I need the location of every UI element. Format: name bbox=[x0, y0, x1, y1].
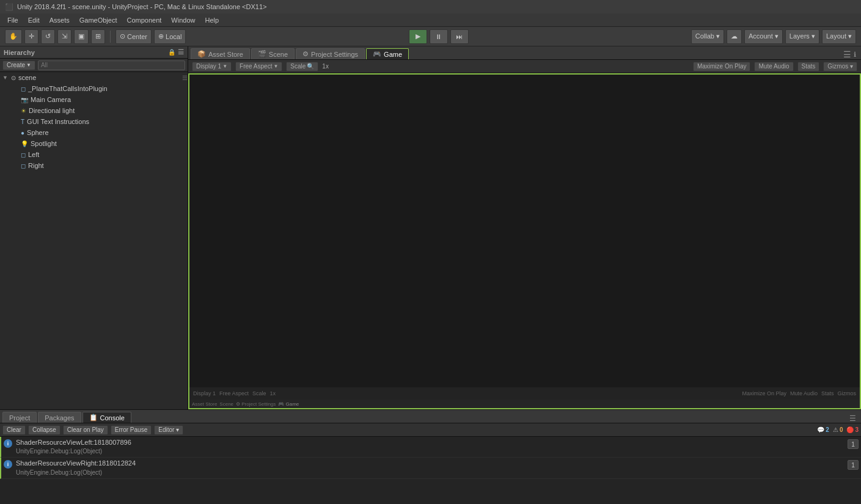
bottom-tab-menu-icon[interactable]: ☰ bbox=[849, 414, 856, 423]
scene-tab-label: Scene bbox=[269, 51, 288, 58]
console-row-1[interactable]: i ShaderResourceViewRight:1818012824 Uni… bbox=[0, 458, 861, 478]
hierarchy-item-gui-text[interactable]: ▶ T GUI Text Instructions bbox=[0, 116, 188, 127]
view-area: 📦 Asset Store 🎬 Scene ⚙ Project Settings… bbox=[188, 46, 861, 409]
menu-assets[interactable]: Assets bbox=[45, 15, 75, 25]
ghost-stats: Stats bbox=[821, 390, 834, 396]
console-row-1-line2: UnityEngine.Debug:Log(Object) bbox=[16, 469, 844, 477]
hierarchy-item-plane[interactable]: ▶ ◻ _PlaneThatCallsIntoPlugin bbox=[0, 83, 188, 94]
hierarchy-lock-icon: 🔒 bbox=[168, 49, 175, 56]
cloud-button[interactable]: ☁ bbox=[727, 29, 742, 44]
sphere-icon: ● bbox=[21, 130, 24, 136]
mute-audio-button[interactable]: Mute Audio bbox=[754, 62, 793, 71]
hierarchy-create-button[interactable]: Create ▼ bbox=[2, 60, 35, 70]
spotlight-icon: 💡 bbox=[21, 141, 28, 147]
maximize-on-play-button[interactable]: Maximize On Play bbox=[693, 62, 751, 71]
warn-badge-icon: ⚠ bbox=[833, 426, 838, 433]
pause-button[interactable]: ⏸ bbox=[430, 29, 448, 44]
local-button[interactable]: ⊕ Local bbox=[154, 29, 186, 44]
center-icon: ⊙ bbox=[120, 32, 125, 40]
clear-on-play-label: Clear on Play bbox=[67, 426, 104, 433]
project-tab-label: Project bbox=[9, 414, 30, 422]
create-arrow: ▼ bbox=[26, 62, 31, 68]
tab-scene[interactable]: 🎬 Scene bbox=[251, 48, 295, 59]
center-button[interactable]: ⊙ Center bbox=[115, 29, 152, 44]
tab-bar-controls: ☰ ℹ bbox=[843, 49, 859, 59]
menu-edit[interactable]: Edit bbox=[23, 15, 45, 25]
tab-game[interactable]: 🎮 Game bbox=[366, 48, 409, 59]
tab-console[interactable]: 📋 Console bbox=[82, 412, 131, 423]
tab-project[interactable]: Project bbox=[2, 412, 37, 423]
menu-window[interactable]: Window bbox=[166, 15, 200, 25]
console-toolbar-right: 💬 2 ⚠ 0 🔴 3 bbox=[817, 426, 859, 433]
ghost-display: Display 1 bbox=[193, 390, 216, 396]
scale-tool-button[interactable]: ⇲ bbox=[57, 29, 71, 44]
rect-tool-button[interactable]: ▣ bbox=[74, 29, 89, 44]
main-camera-label: Main Camera bbox=[31, 96, 71, 103]
dlight-icon: ☀ bbox=[21, 108, 26, 114]
account-button[interactable]: Account ▾ bbox=[744, 29, 783, 44]
hierarchy-item-scene[interactable]: ▼ ⊙ scene ☰ bbox=[0, 72, 188, 83]
ghost-aspect: Free Aspect bbox=[219, 390, 249, 396]
asset-store-tab-icon: 📦 bbox=[197, 50, 206, 58]
hierarchy-item-directional-light[interactable]: ▶ ☀ Directional light bbox=[0, 105, 188, 116]
console-row-0[interactable]: i ShaderResourceViewLeft:1818007896 Unit… bbox=[0, 437, 861, 458]
info-icon[interactable]: ℹ bbox=[854, 51, 856, 59]
toolbar-sep-1 bbox=[110, 31, 111, 43]
menu-component[interactable]: Component bbox=[122, 15, 166, 25]
console-error-pause-button[interactable]: Error Pause bbox=[111, 425, 152, 435]
gui-text-label: GUI Text Instructions bbox=[27, 118, 89, 125]
scale-control[interactable]: Scale 🔍 bbox=[286, 62, 318, 71]
gizmos-button[interactable]: Gizmos ▾ bbox=[823, 62, 857, 71]
ghost-tab-bar: Asset Store Scene ⚙ Project Settings 🎮 G… bbox=[189, 400, 860, 408]
tab-bar-menu-icon[interactable]: ☰ bbox=[843, 49, 851, 59]
move-tool-button[interactable]: ✛ bbox=[24, 29, 38, 44]
hierarchy-item-main-camera[interactable]: ▶ 📷 Main Camera bbox=[0, 94, 188, 105]
console-row-1-text: ShaderResourceViewRight:1818012824 Unity… bbox=[16, 459, 844, 477]
play-button[interactable]: ▶ bbox=[409, 29, 427, 44]
layers-button[interactable]: Layers ▾ bbox=[785, 29, 819, 44]
hierarchy-item-spotlight[interactable]: ▶ 💡 Spotlight bbox=[0, 138, 188, 149]
hierarchy-scene-menu[interactable]: ☰ bbox=[182, 75, 188, 81]
game-viewport[interactable]: Display 1 Free Aspect Scale 1x Maximize … bbox=[188, 73, 861, 409]
error-pause-label: Error Pause bbox=[115, 426, 147, 433]
tab-project-settings[interactable]: ⚙ Project Settings bbox=[296, 48, 365, 59]
cloud-icon: ☁ bbox=[731, 32, 738, 40]
console-editor-button[interactable]: Editor ▾ bbox=[154, 425, 183, 435]
step-button[interactable]: ⏭ bbox=[450, 29, 469, 44]
info-count: 2 bbox=[826, 426, 829, 433]
play-icon: ▶ bbox=[416, 32, 420, 40]
aspect-selector[interactable]: Free Aspect ▼ bbox=[235, 62, 282, 71]
console-row-0-text: ShaderResourceViewLeft:1818007896 UnityE… bbox=[16, 438, 844, 456]
layout-button[interactable]: Layout ▾ bbox=[822, 29, 856, 44]
tab-packages[interactable]: Packages bbox=[38, 412, 81, 423]
display-selector[interactable]: Display 1 ▼ bbox=[192, 62, 232, 71]
console-clear-on-play-button[interactable]: Clear on Play bbox=[63, 425, 108, 435]
packages-tab-label: Packages bbox=[45, 414, 74, 422]
menu-gameobject[interactable]: GameObject bbox=[75, 15, 122, 25]
hierarchy-menu-icon[interactable]: ☰ bbox=[178, 48, 184, 56]
hierarchy-toolbar: Create ▼ bbox=[0, 59, 188, 72]
menu-help[interactable]: Help bbox=[200, 15, 224, 25]
tab-asset-store[interactable]: 📦 Asset Store bbox=[191, 48, 250, 59]
menu-bar: File Edit Assets GameObject Component Wi… bbox=[0, 13, 861, 27]
console-collapse-button[interactable]: Collapse bbox=[28, 425, 60, 435]
title-bar: ⬛ Unity 2018.4.2f1 - scene.unity - Unity… bbox=[0, 0, 861, 13]
rotate-tool-button[interactable]: ↺ bbox=[41, 29, 55, 44]
stats-button[interactable]: Stats bbox=[797, 62, 820, 71]
console-tab-icon: 📋 bbox=[89, 414, 98, 422]
game-tab-icon: 🎮 bbox=[373, 50, 381, 58]
hierarchy-item-right[interactable]: ▶ ◻ Right bbox=[0, 160, 188, 171]
transform-tool-button[interactable]: ⊞ bbox=[91, 29, 105, 44]
collab-button[interactable]: Collab ▾ bbox=[691, 29, 724, 44]
console-clear-button[interactable]: Clear bbox=[2, 425, 26, 435]
ghost-tab-scene: Scene bbox=[219, 401, 233, 407]
project-settings-tab-icon: ⚙ bbox=[302, 50, 309, 58]
hierarchy-search-input[interactable] bbox=[38, 60, 185, 70]
menu-file[interactable]: File bbox=[2, 15, 23, 25]
hand-tool-button[interactable]: ✋ bbox=[5, 29, 22, 44]
hierarchy-item-left[interactable]: ▶ ◻ Left bbox=[0, 149, 188, 160]
hierarchy-header: Hierarchy 🔒 ☰ bbox=[0, 46, 188, 59]
hierarchy-item-sphere[interactable]: ▶ ● Sphere bbox=[0, 127, 188, 138]
gui-icon: T bbox=[21, 119, 24, 125]
console-row-1-count: 1 bbox=[848, 460, 859, 470]
